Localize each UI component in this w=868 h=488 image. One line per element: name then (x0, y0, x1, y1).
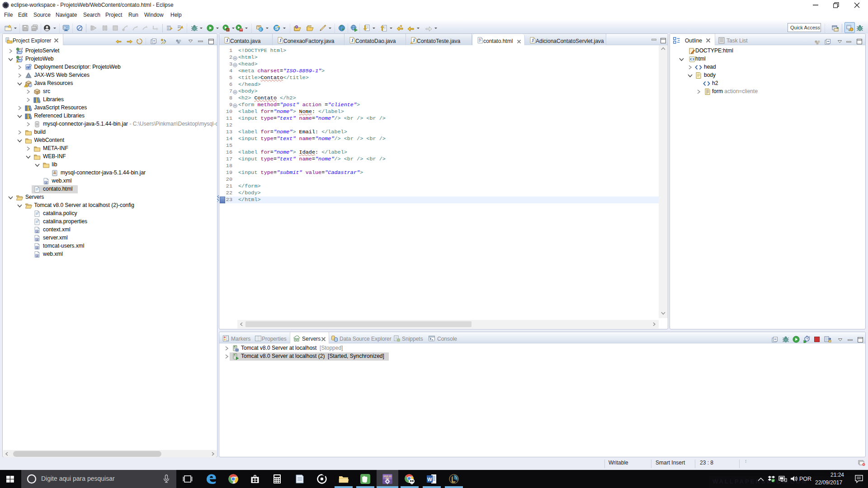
svg-text:J: J (20, 47, 23, 52)
svg-text:J: J (412, 38, 415, 43)
svg-text:W: W (427, 477, 432, 482)
svg-text:J: J (20, 56, 23, 60)
svg-text:X: X (36, 238, 38, 241)
svg-text:J: J (226, 38, 228, 43)
svg-text:J: J (351, 38, 353, 43)
svg-text:3.1: 3.1 (26, 66, 30, 69)
svg-text:X: X (36, 230, 38, 233)
svg-text:X: X (45, 181, 47, 184)
svg-text:S: S (275, 25, 278, 31)
svg-text:J: J (279, 38, 281, 43)
svg-text:J: J (531, 38, 533, 43)
svg-text:X: X (36, 254, 38, 257)
svg-text:X: X (36, 246, 38, 249)
